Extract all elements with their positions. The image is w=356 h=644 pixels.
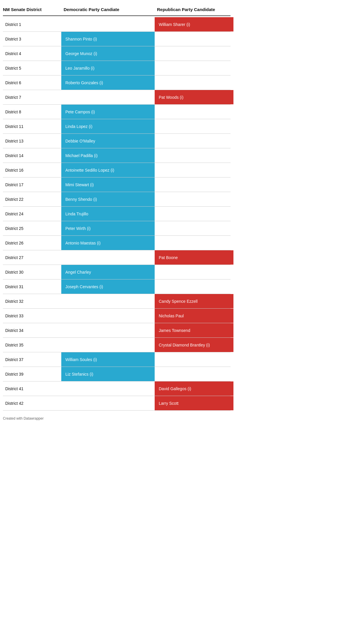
dem-candidate-cell [61,323,155,337]
district-cell: District 33 [3,309,61,323]
dem-candidate-cell: Leo Jaramillo (i) [61,61,155,75]
table-row: District 11Linda Lopez (i) [3,119,231,134]
dem-candidate-tag: Pete Campos (i) [61,105,155,119]
rep-candidate-cell [155,367,233,381]
district-cell: District 1 [3,17,61,31]
dem-candidate-cell [61,396,155,410]
dem-candidate-tag: Michael Padilla (i) [61,148,155,163]
district-cell: District 30 [3,265,61,279]
district-cell: District 39 [3,367,61,381]
rep-candidate-cell [155,207,233,221]
dem-candidate-cell [61,90,155,104]
header-dem: Democratic Party Candiate [61,6,155,13]
rep-candidate-cell [155,192,233,206]
district-cell: District 17 [3,177,61,192]
rep-candidate-cell: William Sharer (i) [155,17,233,31]
dem-candidate-cell [61,17,155,31]
dem-candidate-tag: Mimi Stewart (i) [61,177,155,192]
table-row: District 17Mimi Stewart (i) [3,177,231,192]
district-cell: District 35 [3,338,61,352]
district-cell: District 31 [3,279,61,294]
district-cell: District 13 [3,134,61,148]
rep-candidate-tag: Larry Scott [155,396,233,410]
rep-candidate-cell [155,134,233,148]
rep-candidate-tag: David Gallegos (i) [155,381,233,396]
table-row: District 24Linda Trujillo [3,207,231,221]
dem-candidate-tag: Benny Shendo (i) [61,192,155,206]
footer: Created with Datawrapper [3,416,231,420]
table-row: District 31Joseph Cervantes (i) [3,279,231,294]
rep-candidate-cell [155,105,233,119]
rep-candidate-cell [155,265,233,279]
dem-candidate-tag: Peter Wirth (i) [61,221,155,235]
table-row: District 8Pete Campos (i) [3,105,231,119]
table-row: District 5Leo Jaramillo (i) [3,61,231,75]
rep-candidate-tag: William Sharer (i) [155,17,233,31]
dem-candidate-cell: Joseph Cervantes (i) [61,279,155,294]
district-cell: District 22 [3,192,61,206]
table-row: District 33Nicholas Paul [3,309,231,323]
dem-candidate-tag: Debbie O'Malley [61,134,155,148]
table-row: District 35Crystal Diamond Brantley (i) [3,338,231,352]
header-row: NM Senate District Democratic Party Cand… [3,6,231,16]
dem-candidate-cell: Liz Stefanics (i) [61,367,155,381]
dem-candidate-cell: Shannon Pinto (i) [61,32,155,46]
table-row: District 3Shannon Pinto (i) [3,32,231,46]
dem-candidate-tag: George Munoz (i) [61,46,155,61]
dem-candidate-cell [61,294,155,308]
header-rep: Republican Party Candidate [155,6,233,13]
rep-candidate-cell: Nicholas Paul [155,309,233,323]
rep-candidate-tag: Crystal Diamond Brantley (i) [155,338,233,352]
district-cell: District 5 [3,61,61,75]
table-row: District 14Michael Padilla (i) [3,148,231,163]
dem-candidate-tag: Leo Jaramillo (i) [61,61,155,75]
district-cell: District 8 [3,105,61,119]
district-cell: District 34 [3,323,61,337]
dem-candidate-cell: Antoinette Sedillo Lopez (i) [61,163,155,177]
dem-candidate-cell: Michael Padilla (i) [61,148,155,163]
rep-candidate-cell [155,75,233,90]
table-row: District 16Antoinette Sedillo Lopez (i) [3,163,231,177]
dem-candidate-cell: Benny Shendo (i) [61,192,155,206]
dem-candidate-cell: Antonio Maestas (i) [61,236,155,250]
dem-candidate-cell [61,250,155,265]
table-row: District 34James Townsend [3,323,231,338]
district-cell: District 3 [3,32,61,46]
rep-candidate-cell [155,279,233,294]
rep-candidate-tag: Nicholas Paul [155,309,233,323]
dem-candidate-cell: George Munoz (i) [61,46,155,61]
table-row: District 41David Gallegos (i) [3,381,231,396]
dem-candidate-tag: Roberto Gonzales (i) [61,75,155,90]
table-row: District 26Antonio Maestas (i) [3,236,231,250]
dem-candidate-cell: Linda Trujillo [61,207,155,221]
dem-candidate-tag: Antoinette Sedillo Lopez (i) [61,163,155,177]
dem-candidate-tag: Linda Trujillo [61,207,155,221]
dem-candidate-cell: Angel Charley [61,265,155,279]
rep-candidate-cell [155,148,233,163]
district-cell: District 42 [3,396,61,410]
rep-candidate-cell: James Townsend [155,323,233,337]
rep-candidate-cell [155,46,233,61]
district-cell: District 7 [3,90,61,104]
district-cell: District 37 [3,352,61,367]
district-cell: District 24 [3,207,61,221]
dem-candidate-cell: Pete Campos (i) [61,105,155,119]
dem-candidate-tag: Linda Lopez (i) [61,119,155,133]
dem-candidate-cell: Debbie O'Malley [61,134,155,148]
table-row: District 30Angel Charley [3,265,231,279]
table-row: District 32Candy Spence Ezzell [3,294,231,309]
dem-candidate-cell: Roberto Gonzales (i) [61,75,155,90]
dem-candidate-cell [61,381,155,396]
table-row: District 37William Soules (i) [3,352,231,367]
rep-candidate-cell [155,61,233,75]
district-cell: District 4 [3,46,61,61]
district-cell: District 27 [3,250,61,265]
rep-candidate-cell [155,177,233,192]
table-row: District 27Pat Boone [3,250,231,265]
rep-candidate-cell [155,119,233,133]
dem-candidate-cell: Peter Wirth (i) [61,221,155,235]
table-row: District 7Pat Woods (i) [3,90,231,105]
district-cell: District 26 [3,236,61,250]
table-row: District 4George Munoz (i) [3,46,231,61]
district-cell: District 6 [3,75,61,90]
